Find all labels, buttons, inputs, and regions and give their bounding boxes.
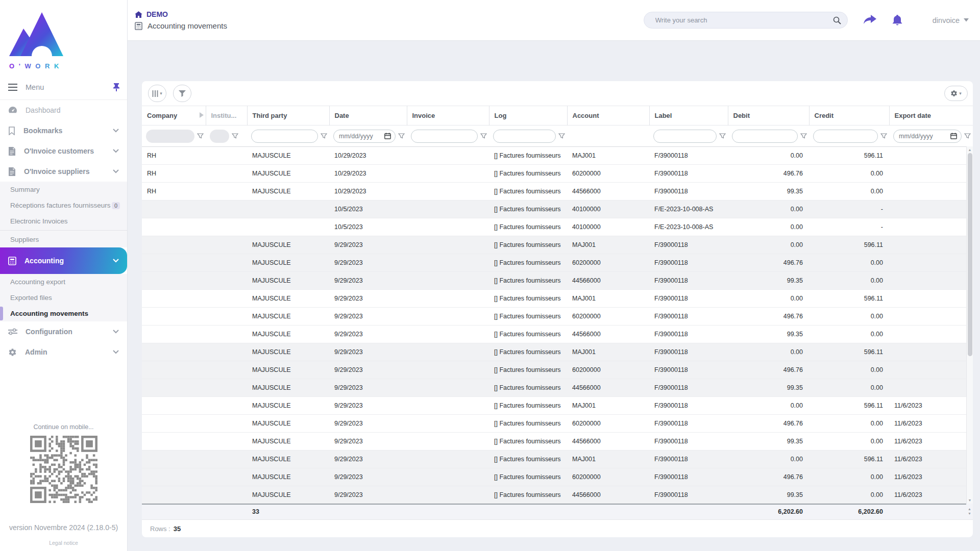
funnel-icon[interactable] [964,133,971,139]
filter-button[interactable] [173,85,191,102]
col-header-label[interactable]: Label [649,106,728,126]
table-row[interactable]: 10/5/2023[] Factures fournisseurs4010000… [142,201,973,218]
funnel-icon[interactable] [880,133,887,139]
sidebar-item-suppliers[interactable]: Suppliers [0,232,127,247]
cell-export-date [889,254,973,272]
table-row[interactable]: MAJUSCULE9/29/2023[] Factures fournisseu… [142,450,973,468]
breadcrumb-home[interactable]: DEMO [146,10,168,18]
sidebar-item-exported-files[interactable]: Exported files [0,290,127,306]
table-row[interactable]: MAJUSCULE9/29/2023[] Factures fournisseu… [142,415,973,433]
funnel-icon[interactable] [232,133,238,139]
col-header-debit[interactable]: Debit [728,106,809,126]
cell-account: 40100000 [567,218,649,236]
notifications-bell-icon[interactable] [892,14,903,27]
cell-third-party: MAJUSCULE [247,165,329,183]
funnel-icon[interactable] [480,133,487,139]
table-row[interactable]: MAJUSCULE9/29/2023[] Factures fournisseu… [142,397,973,415]
col-header-export-date[interactable]: Export date [889,106,973,126]
scrollbar-thumb[interactable] [968,153,972,356]
sidebar-item-accounting[interactable]: Accounting [0,247,127,274]
funnel-icon[interactable] [558,133,565,139]
column-selector-button[interactable]: ▾ [148,85,166,102]
columns-icon [152,90,159,97]
table-row[interactable]: RHMAJUSCULE10/29/2023[] Factures fournis… [142,147,973,165]
date-filter-input[interactable]: mm/dd/yyyy [333,130,396,143]
table-row[interactable]: MAJUSCULE9/29/2023[] Factures fournisseu… [142,343,973,361]
sidebar-item-configuration[interactable]: Configuration [0,321,127,342]
search-input[interactable] [655,16,833,24]
table-settings-button[interactable]: ▾ [944,86,968,101]
cell-export-date [889,236,973,254]
funnel-icon[interactable] [197,133,204,139]
table-row[interactable]: MAJUSCULE9/29/2023[] Factures fournisseu… [142,272,973,290]
funnel-icon[interactable] [321,133,327,139]
table-row[interactable]: MAJUSCULE9/29/2023[] Factures fournisseu… [142,254,973,272]
hamburger-icon[interactable] [8,84,17,91]
sidebar-item-admin[interactable]: Admin [0,342,127,362]
export-date-filter-input[interactable]: mm/dd/yyyy [893,130,962,143]
sidebar-item-accounting-export[interactable]: Accounting export [0,274,127,290]
scroll-up-arrow[interactable]: ▲ [967,146,973,153]
cell-date: 9/29/2023 [329,325,407,343]
table-row[interactable]: 10/5/2023[] Factures fournisseurs4010000… [142,218,973,236]
invoice-filter-input[interactable] [411,130,478,143]
table-row[interactable]: RHMAJUSCULE10/29/2023[] Factures fournis… [142,165,973,183]
cell-company [142,272,206,290]
sidebar-item-oinvoice-customers[interactable]: O'Invoice customers [0,141,127,161]
funnel-icon[interactable] [800,133,807,139]
chevron-down-icon [113,259,119,263]
user-menu[interactable]: dinvoice [933,16,969,24]
credit-filter-input[interactable] [813,130,878,143]
cell-export-date [889,290,973,308]
col-header-third-party[interactable]: Third party [247,106,329,126]
footer-scroll-arrows[interactable]: ▲▼ [966,504,973,519]
col-header-company[interactable]: Company [142,106,206,126]
pin-sidebar-icon[interactable] [113,83,120,91]
col-header-institution[interactable]: Institu... [206,106,247,126]
cell-third-party: MAJUSCULE [247,236,329,254]
table-toolbar: ▾ ▾ [142,81,973,106]
table-row[interactable]: MAJUSCULE9/29/2023[] Factures fournisseu… [142,236,973,254]
table-row[interactable]: RHMAJUSCULE10/29/2023[] Factures fournis… [142,183,973,201]
cell-account: 44566000 [567,379,649,397]
col-header-invoice[interactable]: Invoice [407,106,489,126]
funnel-icon[interactable] [719,133,726,139]
legal-notice-link[interactable]: Legal notice [0,540,127,546]
log-filter-input[interactable] [493,130,556,143]
table-row[interactable]: MAJUSCULE9/29/2023[] Factures fournisseu… [142,468,973,486]
col-header-date[interactable]: Date [329,106,407,126]
expand-group-icon[interactable] [200,112,204,118]
cell-credit: - [809,201,889,218]
table-row[interactable]: MAJUSCULE9/29/2023[] Factures fournisseu… [142,290,973,308]
col-header-account[interactable]: Account [567,106,649,126]
table-row[interactable]: MAJUSCULE9/29/2023[] Factures fournisseu… [142,379,973,397]
table-row[interactable]: MAJUSCULE9/29/2023[] Factures fournisseu… [142,486,973,504]
sidebar-item-summary[interactable]: Summary [0,182,127,197]
table-row[interactable]: MAJUSCULE9/29/2023[] Factures fournisseu… [142,433,973,450]
sidebar-item-bookmarks[interactable]: Bookmarks [0,120,127,141]
table-row[interactable]: MAJUSCULE9/29/2023[] Factures fournisseu… [142,308,973,325]
cell-debit: 496.76 [728,308,809,325]
sidebar-item-accounting-movements[interactable]: Accounting movements [0,306,127,321]
global-search [644,12,848,29]
scroll-down-arrow[interactable]: ▼ [967,497,973,504]
share-icon[interactable] [863,15,876,26]
debit-filter-input[interactable] [732,130,798,143]
table-row[interactable]: MAJUSCULE9/29/2023[] Factures fournisseu… [142,361,973,379]
sidebar-item-electronic-invoices[interactable]: Electronic Invoices [0,213,127,229]
table-row[interactable]: MAJUSCULE9/29/2023[] Factures fournisseu… [142,325,973,343]
sidebar-item-receptions-factures[interactable]: Réceptions factures fournisseurs 0 [0,197,127,213]
col-header-credit[interactable]: Credit [809,106,889,126]
funnel-icon[interactable] [398,133,405,139]
sidebar-item-oinvoice-suppliers[interactable]: O'Invoice suppliers [0,161,127,182]
label-filter-input[interactable] [653,130,717,143]
bookmark-icon [8,127,15,135]
sidebar-item-dashboard[interactable]: Dashboard [0,100,127,120]
cell-company [142,290,206,308]
sidebar-menu-header: Menu [0,74,127,100]
vertical-scrollbar[interactable]: ▲ ▼ [966,146,973,504]
col-header-log[interactable]: Log [489,106,567,126]
search-icon[interactable] [833,16,841,24]
cell-credit: 596.11 [809,450,889,468]
third-party-filter-input[interactable] [251,130,318,143]
